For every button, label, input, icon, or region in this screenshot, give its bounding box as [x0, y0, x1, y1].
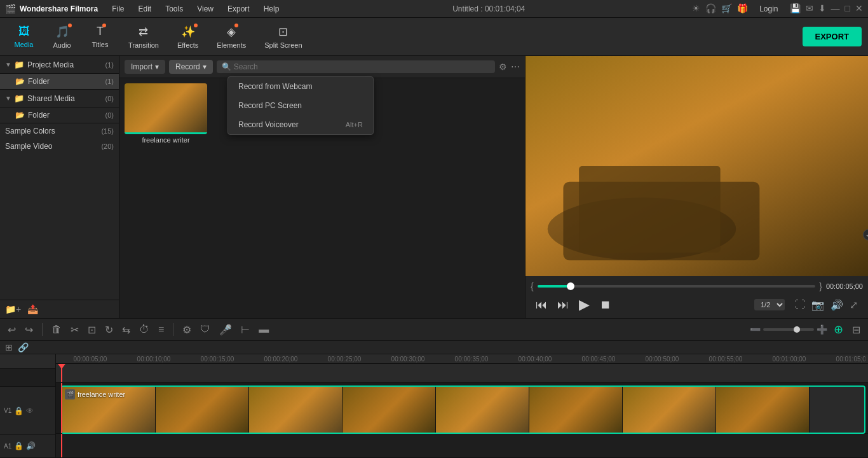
lock-icon[interactable]: 🔒 — [14, 406, 24, 415]
timeline-ruler[interactable]: 00:00:05;00 00:00:10;00 00:00:15;00 00:0… — [56, 354, 868, 364]
tab-elements[interactable]: ◈ Elements — [209, 22, 254, 52]
minimize-button[interactable]: — — [831, 3, 840, 15]
login-button[interactable]: Login — [753, 3, 784, 15]
bracket-left[interactable]: { — [531, 281, 534, 291]
project-folder-item[interactable]: 📂 Folder (1) — [0, 74, 119, 90]
frame-3 — [342, 387, 436, 433]
tab-effects[interactable]: ✨ Effects — [170, 22, 206, 52]
menu-bar: 🎬 Wondershare Filmora File Edit Tools Vi… — [0, 0, 868, 18]
audio-preview-icon[interactable]: 🔊 — [831, 299, 843, 311]
sample-colors-item[interactable]: Sample Colors (15) — [0, 123, 119, 139]
ruler-mark-7: 00:00:40;00 — [503, 356, 567, 363]
export-button[interactable]: EXPORT — [803, 27, 862, 46]
record-chevron-icon: ▾ — [203, 62, 207, 71]
stop-btn[interactable]: ⏹ — [600, 298, 611, 312]
zoom-slider[interactable] — [763, 328, 814, 331]
menu-export[interactable]: Export — [221, 3, 256, 15]
timeline: ↩ ↪ 🗑 ✂ ⊡ ↻ ⇆ ⏱ ≡ ⚙ 🛡 🎤 ⊢ ▬ ➖ ➕ ⊕ ⊟ ⊞ 🔗 — [0, 318, 868, 458]
bracket-right[interactable]: } — [819, 281, 822, 291]
record-webcam-item[interactable]: Record from Webcam — [228, 77, 373, 96]
screenshot-icon[interactable]: 📷 — [811, 299, 824, 311]
zoom-in-icon[interactable]: ➕ — [817, 324, 827, 335]
audio-mute-icon[interactable]: 🔊 — [26, 441, 36, 450]
record-screen-item[interactable]: Record PC Screen — [228, 96, 373, 115]
sample-video-item[interactable]: Sample Video (20) — [0, 139, 119, 154]
titles-label: Titles — [92, 41, 109, 48]
video-track-controls: V1 🔒 👁 — [0, 387, 55, 435]
eye-icon[interactable]: 👁 — [26, 406, 34, 415]
timer-btn[interactable]: ⏱ — [137, 323, 152, 337]
step-back-btn[interactable]: ⏮ — [536, 298, 547, 312]
tab-transition[interactable]: ⇄ Transition — [121, 22, 166, 52]
save-icon[interactable]: 💾 — [790, 3, 801, 15]
zoom-select[interactable]: 1/2 — [754, 299, 785, 310]
cart-icon[interactable]: 🛒 — [721, 3, 732, 15]
zoom-handle[interactable] — [794, 326, 800, 333]
mirror-btn[interactable]: ⇆ — [119, 323, 133, 337]
link-btn[interactable]: 🔗 — [18, 342, 29, 352]
media-item-0[interactable]: freelance writer — [125, 83, 207, 144]
tab-titles[interactable]: T Titles — [83, 22, 118, 51]
adjust-btn[interactable]: ≡ — [156, 323, 166, 337]
menu-file[interactable]: File — [105, 3, 130, 15]
menu-tools[interactable]: Tools — [159, 3, 189, 15]
record-voiceover-item[interactable]: Record Voiceover Alt+R — [228, 115, 373, 134]
collapse-btn[interactable]: ⊟ — [850, 323, 863, 337]
frame-1 — [156, 387, 249, 433]
progress-handle[interactable] — [567, 282, 574, 290]
rotate-btn[interactable]: ↻ — [102, 323, 116, 337]
filter-icon[interactable]: ⚙ — [499, 62, 507, 72]
shared-media-label: Shared Media — [27, 94, 105, 103]
mail-icon[interactable]: ✉ — [806, 3, 813, 15]
search-input[interactable] — [234, 62, 490, 71]
video-clip[interactable]: 🎬 freelance writer — [61, 385, 865, 434]
cut-btn[interactable]: ✂ — [68, 323, 81, 337]
add-folder-btn[interactable]: 📁+ — [5, 304, 21, 314]
gift-icon[interactable]: 🎁 — [737, 3, 748, 15]
shared-folder-item[interactable]: 📂 Folder (0) — [0, 108, 119, 123]
video-track-label: V1 — [4, 407, 11, 414]
import-btn-footer[interactable]: 📤 — [27, 304, 38, 314]
maximize-button[interactable]: □ — [845, 3, 850, 15]
effects-settings-btn[interactable]: ⚙ — [180, 323, 194, 337]
add-track-btn[interactable]: ⊞ — [5, 342, 13, 352]
record-button[interactable]: Record ▾ — [169, 60, 213, 74]
delete-btn[interactable]: 🗑 — [49, 323, 64, 337]
project-media-header[interactable]: ▼ 📁 Project Media (1) — [0, 56, 119, 74]
import-button[interactable]: Import ▾ — [125, 60, 165, 74]
media-thumb-0 — [125, 83, 207, 134]
resize-icon[interactable]: ⤢ — [850, 299, 858, 311]
mask-btn[interactable]: 🛡 — [198, 323, 213, 337]
menu-help[interactable]: Help — [257, 3, 286, 15]
tab-audio[interactable]: 🎵 Audio — [44, 22, 79, 52]
project-media-count: (1) — [105, 61, 114, 69]
tab-split-screen[interactable]: ⊡ Split Screen — [257, 22, 309, 52]
subtitle-btn[interactable]: ▬ — [256, 323, 271, 337]
add-clip-btn[interactable]: ⊕ — [831, 321, 846, 338]
audio-lock-icon[interactable]: 🔒 — [14, 441, 24, 450]
shared-media-header[interactable]: ▼ 📁 Shared Media (0) — [0, 90, 119, 108]
frame-back-btn[interactable]: ⏭ — [557, 298, 569, 312]
record-dropdown: Record from Webcam Record PC Screen Reco… — [227, 76, 374, 135]
sun-icon[interactable]: ☀ — [692, 3, 700, 15]
download-icon[interactable]: ⬇ — [818, 3, 826, 15]
crop-btn[interactable]: ⊡ — [85, 323, 98, 337]
grid-icon[interactable]: ⋯ — [511, 62, 520, 72]
redo-btn[interactable]: ↪ — [22, 323, 36, 337]
close-button[interactable]: ✕ — [855, 3, 863, 15]
zoom-out-icon[interactable]: ➖ — [750, 324, 761, 335]
split-btn[interactable]: ⊢ — [238, 323, 252, 337]
voice-btn[interactable]: 🎤 — [217, 323, 234, 337]
main-layout: ▼ 📁 Project Media (1) 📂 Folder (1) ▼ 📁 S… — [0, 56, 868, 318]
marker-track-controls — [0, 369, 55, 387]
tab-media[interactable]: 🖼 Media — [6, 22, 41, 51]
play-btn[interactable]: ▶ — [579, 296, 590, 313]
preview-panel: { } 00:00:05;00 ⏮ ⏭ ▶ ⏹ 1/2 ⛶ 📷 — [525, 56, 868, 318]
progress-track[interactable] — [538, 285, 816, 288]
headset-icon[interactable]: 🎧 — [705, 3, 716, 15]
undo-btn[interactable]: ↩ — [5, 323, 18, 337]
menu-view[interactable]: View — [191, 3, 220, 15]
menu-edit[interactable]: Edit — [132, 3, 158, 15]
window-title: Untitled : 00:01:04;04 — [287, 4, 691, 13]
fullscreen-icon[interactable]: ⛶ — [795, 299, 805, 311]
